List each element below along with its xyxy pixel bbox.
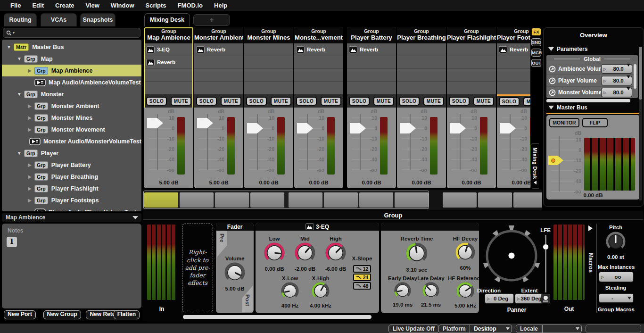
new-group-button[interactable]: New Group xyxy=(43,310,81,319)
params-hscrollbar[interactable] xyxy=(546,99,630,102)
tree-row[interactable]: Map Audio/AmbienceVolumeTest xyxy=(2,76,141,88)
prefader-effects-slot[interactable]: Right-click to add pre-fader effects xyxy=(182,224,213,312)
parameter-row-player-volume[interactable]: Player Volume▷80.0 xyxy=(546,75,638,86)
navigator-block[interactable] xyxy=(289,192,322,208)
tree-row[interactable]: ▼GrpMonster xyxy=(2,88,141,100)
strip-header[interactable]: GroupPlayer Battery xyxy=(347,27,396,43)
effect-slot[interactable] xyxy=(294,56,343,69)
effect-slot[interactable]: Reverb xyxy=(497,43,530,56)
eq-xlow-knob[interactable]: X-Low400 Hz xyxy=(273,275,306,308)
effect-slot[interactable] xyxy=(244,82,293,94)
strip-header[interactable]: GroupPlayer Footsteps xyxy=(497,27,530,43)
eq-high-knob[interactable]: High-6.00 dB xyxy=(319,236,352,272)
menu-help[interactable]: Help xyxy=(208,0,233,11)
tree-row[interactable]: ▶GrpPlayer Flashlight xyxy=(2,183,141,194)
mute-button[interactable]: MUTE xyxy=(523,97,530,106)
solo-button[interactable]: SOLO xyxy=(296,97,317,106)
xslope-48-button[interactable]: 48 xyxy=(353,282,371,290)
late-delay-knob[interactable]: Late Delay21.5 ms xyxy=(414,275,447,308)
mixer-strip-player-breathing[interactable]: GroupPlayer BreathingSOLOMUTEdB100-10-20… xyxy=(397,27,446,188)
menu-edit[interactable]: Edit xyxy=(26,0,50,11)
lfe-slider-handle[interactable] xyxy=(543,244,549,250)
expander-icon[interactable]: ▼ xyxy=(16,92,23,97)
mixer-strip-map-ambience[interactable]: GroupMap Ambience3-EQReverbSOLOMUTEdB100… xyxy=(144,27,193,188)
expander-icon[interactable]: ▶ xyxy=(26,198,33,203)
strip-effects-rack[interactable]: Reverb xyxy=(497,43,530,94)
fader-handle[interactable] xyxy=(350,123,366,133)
strip-navigator[interactable] xyxy=(142,190,542,210)
navigator-block[interactable] xyxy=(395,192,429,208)
effect-slot[interactable] xyxy=(244,69,293,82)
strip-header[interactable]: GroupMap Ambience xyxy=(144,27,193,43)
expander-icon[interactable]: ▶ xyxy=(26,127,33,132)
expander-icon[interactable]: ▶ xyxy=(26,68,33,73)
status-extra-field[interactable] xyxy=(586,325,641,333)
expander-icon[interactable]: ▼ xyxy=(16,56,23,61)
tab-routing[interactable]: Routing xyxy=(4,13,37,26)
mcr-view-button[interactable]: MCR xyxy=(531,49,541,57)
solo-button[interactable]: SOLO xyxy=(399,97,420,106)
object-selector[interactable]: Map Ambience xyxy=(2,213,141,222)
strip-header[interactable]: GroupPlayer Flashlight xyxy=(447,27,496,43)
eq-xhigh-knob[interactable]: X-High4.00 kHz xyxy=(304,275,337,308)
master-bus-section-header[interactable]: Master Bus xyxy=(548,104,587,111)
parameter-row-monster-volume[interactable]: Monster Volume▷80.0 xyxy=(546,86,638,98)
navigator-block[interactable] xyxy=(443,192,477,208)
eq-mid-knob[interactable]: Mid-2.00 dB xyxy=(289,236,322,272)
menu-create[interactable]: Create xyxy=(50,0,80,11)
tree-row[interactable]: ▶GrpMonster Mines xyxy=(2,112,141,124)
navigator-block[interactable] xyxy=(250,192,284,208)
eq-low-knob[interactable]: Low0.00 dB xyxy=(258,236,291,272)
navigator-block[interactable] xyxy=(478,192,512,208)
snd-view-button[interactable]: SND xyxy=(531,38,541,46)
effect-slot[interactable] xyxy=(144,82,193,94)
mixer-strip-monste-vement[interactable]: GroupMonste...vementReverbSOLOMUTEdB100-… xyxy=(294,27,343,188)
effect-slot[interactable] xyxy=(447,69,496,82)
flatten-button[interactable]: Flatten xyxy=(114,310,140,319)
strip-effects-rack[interactable] xyxy=(447,43,496,94)
effect-slot[interactable] xyxy=(294,69,343,82)
parameter-row-ambience-volume[interactable]: Ambience Volume▷80.0 xyxy=(546,63,638,75)
effect-slot[interactable] xyxy=(244,56,293,69)
stealing-dropdown[interactable]: - xyxy=(599,293,634,303)
tree-row[interactable]: ▶GrpPlayer Breathing xyxy=(2,171,141,183)
mute-button[interactable]: MUTE xyxy=(473,97,494,106)
effect-slot[interactable] xyxy=(294,82,343,94)
effect-slot[interactable] xyxy=(447,82,496,94)
effect-slot[interactable] xyxy=(397,43,446,56)
solo-button[interactable]: SOLO xyxy=(196,97,217,106)
effect-slot[interactable] xyxy=(397,56,446,69)
fader-handle[interactable] xyxy=(450,123,466,133)
strip-header[interactable]: GroupMonster Mines xyxy=(244,27,293,43)
fader-handle[interactable] xyxy=(247,123,263,133)
strip-header[interactable]: GroupMonste...vement xyxy=(294,27,343,43)
solo-button[interactable]: SOLO xyxy=(499,97,520,106)
fader-track[interactable] xyxy=(360,114,361,170)
strip-effects-rack[interactable]: Reverb xyxy=(194,43,243,94)
direction-field[interactable]: ▷0 Deg xyxy=(485,293,514,304)
tab-snapshots[interactable]: Snapshots xyxy=(80,13,116,26)
parameters-section-header[interactable]: Parameters xyxy=(548,46,587,52)
parameter-value-field[interactable]: ▷80.0 xyxy=(601,88,632,97)
mute-button[interactable]: MUTE xyxy=(221,97,241,106)
pre-tab[interactable]: Pre xyxy=(217,231,227,257)
effect-slot[interactable] xyxy=(447,56,496,69)
effect-slot[interactable] xyxy=(397,69,446,82)
strip-effects-rack[interactable]: Reverb xyxy=(347,43,396,94)
effect-slot[interactable] xyxy=(497,82,530,94)
tree-row[interactable]: ▼MstrMaster Bus xyxy=(2,41,141,53)
search-icon[interactable]: ▾ xyxy=(6,30,15,36)
fader-handle[interactable] xyxy=(500,123,516,133)
parameter-value-field[interactable]: ▷80.0 xyxy=(601,64,632,74)
expander-icon[interactable]: ▶ xyxy=(26,162,33,167)
tab-vcas[interactable]: VCAs xyxy=(41,13,77,26)
fx-view-button[interactable]: FX xyxy=(531,28,541,36)
strip-header[interactable]: GroupPlayer Breathing xyxy=(397,27,446,43)
expander-icon[interactable]: ▼ xyxy=(16,150,23,156)
xslope-24-button[interactable]: 24 xyxy=(353,274,371,281)
volume-knob[interactable]: Volume 5.00 dB xyxy=(218,256,251,291)
effect-slot[interactable] xyxy=(497,69,530,82)
effect-slot[interactable]: Reverb xyxy=(347,43,396,56)
pitch-knob[interactable]: 0.00 st xyxy=(599,231,632,260)
effect-slot[interactable] xyxy=(347,82,396,94)
